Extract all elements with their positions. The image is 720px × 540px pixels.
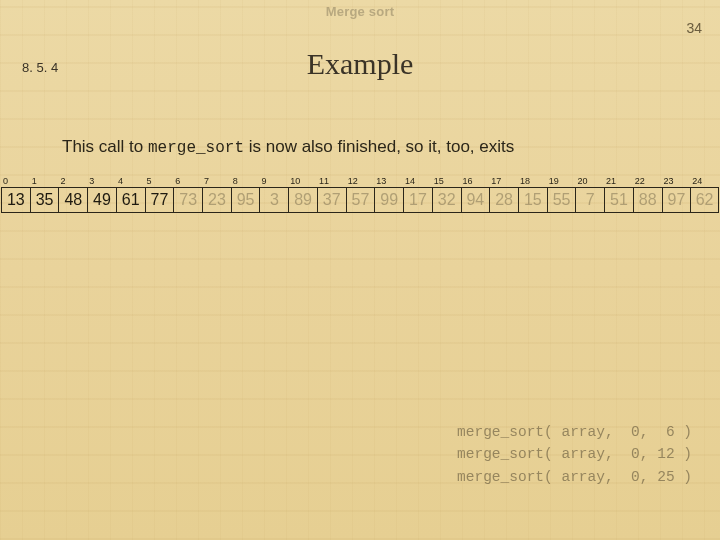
array-index: 15 — [432, 175, 461, 187]
array-index: 5 — [145, 175, 174, 187]
array-cell: 7 — [575, 187, 604, 213]
array-cell: 95 — [231, 187, 260, 213]
array-cell: 55 — [547, 187, 576, 213]
array-index: 23 — [662, 175, 691, 187]
array-cell: 61 — [116, 187, 145, 213]
array-cell: 77 — [145, 187, 174, 213]
call-line: merge_sort( array, 0, 6 ) — [457, 421, 692, 443]
body-code: merge_sort — [148, 139, 244, 157]
array-cell: 62 — [690, 187, 719, 213]
array-cell: 3 — [259, 187, 288, 213]
array-index: 17 — [489, 175, 518, 187]
array-diagram: 0123456789101112131415161718192021222324… — [0, 175, 720, 213]
body-text: This call to merge_sort is now also fini… — [62, 137, 720, 157]
array-index: 20 — [575, 175, 604, 187]
array-cell: 51 — [604, 187, 633, 213]
array-index: 21 — [604, 175, 633, 187]
array-cell: 32 — [432, 187, 461, 213]
array-index: 8 — [231, 175, 260, 187]
array-cell: 88 — [633, 187, 662, 213]
array-cell: 23 — [202, 187, 231, 213]
array-index: 2 — [58, 175, 87, 187]
body-prefix: This call to — [62, 137, 148, 156]
array-index: 9 — [259, 175, 288, 187]
slide-number: 34 — [686, 20, 702, 36]
array-cell: 89 — [288, 187, 317, 213]
array-index: 12 — [346, 175, 375, 187]
header-subtitle: Merge sort — [0, 0, 720, 19]
array-index: 24 — [690, 175, 719, 187]
array-index: 7 — [202, 175, 231, 187]
array-cell: 97 — [662, 187, 691, 213]
array-index: 1 — [30, 175, 59, 187]
array-cell: 35 — [30, 187, 59, 213]
array-cell: 17 — [403, 187, 432, 213]
call-line: merge_sort( array, 0, 25 ) — [457, 466, 692, 488]
page-title: Example — [0, 47, 720, 81]
array-index: 6 — [173, 175, 202, 187]
call-line: merge_sort( array, 0, 12 ) — [457, 443, 692, 465]
body-suffix: is now also finished, so it, too, exits — [244, 137, 514, 156]
array-index: 19 — [547, 175, 576, 187]
array-cell: 73 — [173, 187, 202, 213]
array-index: 4 — [116, 175, 145, 187]
array-index: 0 — [1, 175, 30, 187]
array-cell: 57 — [346, 187, 375, 213]
array-index: 16 — [461, 175, 490, 187]
array-cell: 94 — [461, 187, 490, 213]
array-index: 10 — [288, 175, 317, 187]
array-index: 13 — [374, 175, 403, 187]
section-number: 8. 5. 4 — [22, 60, 58, 75]
array-index: 14 — [403, 175, 432, 187]
array-index: 11 — [317, 175, 346, 187]
call-stack: merge_sort( array, 0, 6 ) merge_sort( ar… — [457, 421, 692, 488]
array-cell: 13 — [1, 187, 30, 213]
array-cell: 15 — [518, 187, 547, 213]
array-index: 18 — [518, 175, 547, 187]
array-cell: 37 — [317, 187, 346, 213]
array-cell: 49 — [87, 187, 116, 213]
array-cell: 48 — [58, 187, 87, 213]
array-cell: 99 — [374, 187, 403, 213]
array-index: 3 — [87, 175, 116, 187]
array-cell: 28 — [489, 187, 518, 213]
array-index: 22 — [633, 175, 662, 187]
